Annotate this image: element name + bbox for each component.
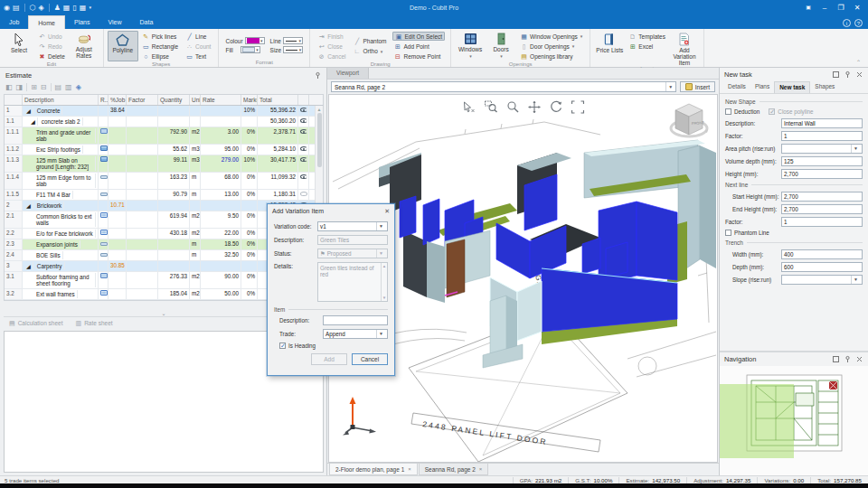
windows-button[interactable]: Windows▾ <box>455 31 486 61</box>
tree-caret-icon[interactable]: ◢ <box>29 117 38 126</box>
fit-view-icon[interactable] <box>571 100 584 114</box>
door-openings-button[interactable]: ▯Door Openings▾ <box>518 42 584 51</box>
description-field[interactable]: Internal Wall <box>781 118 863 128</box>
window-openings-button[interactable]: ▦Window Openings▾ <box>518 32 584 41</box>
tab-job[interactable]: Job <box>0 15 28 29</box>
plan-selector[interactable]: Seanna Rd, page 2▼ <box>331 81 676 92</box>
pin-icon[interactable] <box>844 70 852 79</box>
adjust-rates-button[interactable]: Adjust Rates <box>69 31 99 61</box>
phantom-line-checkbox[interactable]: Phantom Line <box>725 230 863 236</box>
close-shape-button[interactable]: ↩Close <box>316 42 347 51</box>
is-heading-checkbox[interactable]: Is Heading <box>274 343 388 349</box>
height-field[interactable]: 2,700 <box>781 169 863 179</box>
ortho-button[interactable]: ∟Ortho▾ <box>351 47 388 56</box>
variation-code-select[interactable]: v1▼ <box>317 221 388 231</box>
save-icon[interactable]: ▤ <box>13 0 20 15</box>
filter-sort-icon[interactable]: ◈ <box>76 83 81 91</box>
orbit-icon[interactable] <box>549 100 562 114</box>
row-visibility[interactable] <box>298 127 309 144</box>
count-button[interactable]: ∴Count <box>184 42 212 51</box>
add-button[interactable]: Add <box>311 353 347 365</box>
eye-icon[interactable] <box>300 118 307 123</box>
viewport-region-overlay[interactable] <box>720 384 794 458</box>
collapse-ribbon-icon[interactable]: ⌃ <box>849 59 868 67</box>
add-point-button[interactable]: ⊞Add Point <box>392 42 446 51</box>
table-row[interactable]: 1.1.4 ◢125 mm Edge form to slab 163.23 m… <box>5 173 323 190</box>
table-shortcut-icon[interactable]: ▦ <box>80 0 87 15</box>
tab-details[interactable]: Details <box>723 81 750 93</box>
pan-tool-icon[interactable]: ⬡ <box>30 0 36 15</box>
dock-window-icon[interactable] <box>832 355 840 363</box>
eye-icon[interactable] <box>300 108 307 112</box>
plan-page-tab[interactable]: 2-Floor demo plan, page 1× <box>329 464 418 475</box>
line-size-picker[interactable]: ▾ <box>283 46 303 53</box>
add-variation-item-button[interactable]: Add Variation Item <box>669 31 700 66</box>
pin-icon[interactable] <box>844 355 852 363</box>
adjust-icon[interactable]: ♟ <box>54 0 61 15</box>
info-icon[interactable]: i <box>843 19 851 27</box>
pick-lines-button[interactable]: ✎Pick lines <box>140 32 180 41</box>
ellipse-button[interactable]: ○Ellipse <box>140 52 180 61</box>
tree-caret-icon[interactable]: ◢ <box>24 202 33 210</box>
row-visibility[interactable] <box>298 190 309 200</box>
select-tool-icon[interactable] <box>462 100 476 114</box>
factor2-field[interactable]: 1 <box>781 217 863 227</box>
close-icon[interactable] <box>855 70 863 79</box>
item-description-input[interactable] <box>323 315 388 325</box>
redo-button[interactable]: ↷Redo <box>36 42 67 51</box>
select-button[interactable]: Select <box>4 31 34 61</box>
close-icon[interactable] <box>855 355 863 363</box>
insert-plan-button[interactable]: Insert <box>680 81 715 92</box>
windows-shortcut-icon[interactable]: ▦ <box>63 0 71 15</box>
close-icon[interactable]: ✕ <box>384 208 390 215</box>
price-lists-button[interactable]: Price Lists <box>594 31 625 66</box>
delete-button[interactable]: ✖Delete <box>36 52 67 61</box>
close-polyline-checkbox[interactable]: Close polyline <box>769 108 813 115</box>
excel-button[interactable]: ⊞Excel <box>627 42 667 51</box>
trench-slope-field[interactable]: ▼ <box>781 275 863 285</box>
collapse-all-icon[interactable]: ⊟ <box>41 83 47 91</box>
trade-select[interactable]: Append▼ <box>323 329 388 339</box>
polyline-button[interactable]: Polyline <box>108 31 138 61</box>
trench-depth-field[interactable]: 600 <box>781 262 863 272</box>
doors-shortcut-icon[interactable]: ▯ <box>72 0 76 15</box>
table-row[interactable]: 1.1.1 ◢Trim and grade under slab 792.90 … <box>5 127 323 145</box>
eye-icon[interactable] <box>300 192 307 196</box>
table-row[interactable]: 1.1.3 ◢125 mm Slab on ground [Length: 23… <box>5 155 323 173</box>
fill-swatch[interactable]: ▾ <box>241 46 260 53</box>
text-button[interactable]: ▭Text <box>184 52 212 61</box>
end-height-field[interactable]: 2,700 <box>781 204 863 214</box>
qat-dropdown-icon[interactable]: ▾ <box>89 0 91 15</box>
help-icon[interactable]: ? <box>854 19 863 27</box>
show-sheet-icon[interactable]: ▤ <box>55 83 62 91</box>
pan-icon[interactable] <box>527 100 541 114</box>
tab-data[interactable]: Data <box>131 15 163 29</box>
line-button[interactable]: ╱Line <box>184 32 212 41</box>
tab-home[interactable]: Home <box>28 15 65 29</box>
remove-point-button[interactable]: ⊟Remove Point <box>392 52 446 61</box>
eye-icon[interactable] <box>300 146 307 151</box>
zoom-window-icon[interactable] <box>484 100 497 114</box>
expand-all-icon[interactable]: ⊞ <box>31 83 37 91</box>
eye-icon[interactable] <box>300 129 307 134</box>
tab-plans[interactable]: Plans <box>750 81 774 93</box>
show-rates-icon[interactable]: ▥ <box>65 83 72 91</box>
tab-rate-sheet[interactable]: ▥Rate sheet <box>76 319 113 327</box>
tree-caret-icon[interactable]: ◢ <box>24 107 33 115</box>
model-walls[interactable] <box>379 140 716 368</box>
tab-plans[interactable]: Plans <box>65 15 99 29</box>
tab-new-task[interactable]: New task <box>774 81 810 93</box>
indent-row-icon[interactable]: ◨ <box>16 83 24 91</box>
table-row[interactable]: 1.1.2 ◢Exc Strip footings 55.62 m3 95.00… <box>5 145 323 155</box>
tab-shapes[interactable]: Shapes <box>810 81 839 93</box>
cancel-shape-button[interactable]: ⊘Cancel <box>316 52 347 61</box>
tree-caret-icon[interactable]: ◢ <box>24 262 33 270</box>
zoom-tool-icon[interactable]: ◈ <box>39 0 44 15</box>
zoom-icon[interactable] <box>505 100 519 114</box>
close-tab-icon[interactable]: × <box>479 466 483 472</box>
plan-page-tab[interactable]: Seanna Rd, page 2× <box>419 464 489 475</box>
finish-button[interactable]: ⇥Finish <box>316 32 347 41</box>
start-height-field[interactable]: 2,700 <box>781 192 863 202</box>
row-visibility[interactable] <box>298 106 309 116</box>
tab-view[interactable]: View <box>99 15 131 29</box>
